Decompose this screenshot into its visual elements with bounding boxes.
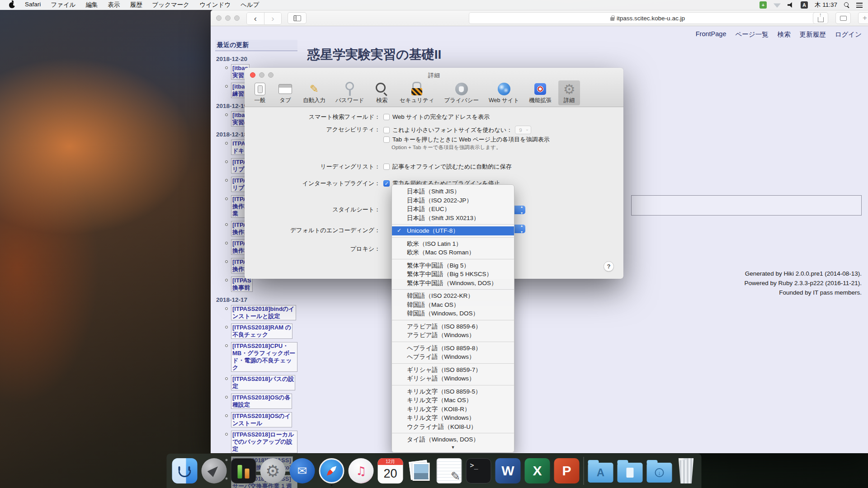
finder-icon[interactable] (172, 458, 198, 483)
encoding-menu-item[interactable]: ✓ (392, 340, 514, 344)
preferences-tab[interactable]: プライバシー (441, 80, 481, 105)
nav-link[interactable]: 更新履歴 (800, 30, 826, 39)
wifi-off-icon[interactable] (774, 2, 781, 8)
checkbox-power-save[interactable]: ✓ (383, 180, 390, 187)
encoding-menu-item[interactable]: ✓ 繁体字中国語（Big 5 HKSCS） (392, 270, 514, 279)
encoding-menu-item[interactable]: ✓ ギリシャ語（ISO 8859-7） (392, 366, 514, 375)
itunes-icon[interactable]: ♫ (349, 458, 374, 483)
encoding-menu-item[interactable]: ✓ 欧米（Mac OS Roman） (392, 248, 514, 257)
minimize-button[interactable] (225, 15, 231, 21)
trash-icon[interactable] (676, 458, 696, 483)
excel-icon[interactable]: X (525, 458, 550, 483)
menu-item[interactable]: ファイル (51, 1, 75, 9)
launchpad-icon[interactable] (202, 458, 227, 483)
encoding-menu-item[interactable]: ✓ アラビア語（Windows） (392, 331, 514, 340)
wiki-link[interactable]: [ITPASS2018]OSのイ ンストール (231, 412, 292, 427)
apple-menu-icon[interactable] (9, 2, 15, 8)
encoding-popup-fragment[interactable] (514, 225, 525, 233)
zoom-button[interactable] (268, 72, 274, 78)
documents-folder-icon[interactable] (618, 463, 643, 483)
encoding-menu-item[interactable]: ✓ (392, 318, 514, 322)
nav-link[interactable]: ページ一覧 (735, 30, 768, 39)
encoding-menu-item[interactable]: ✓ 欧米（ISO Latin 1） (392, 239, 514, 249)
encoding-menu-item[interactable]: ✓ ヘブライ語（ISO 8859-8） (392, 344, 514, 353)
preferences-tab[interactable]: セキュリティ (396, 80, 438, 105)
preferences-tab[interactable]: 一般 (249, 80, 271, 105)
scroll-down-indicator[interactable]: ▼ (392, 444, 514, 451)
nav-link[interactable]: 検索 (778, 30, 791, 39)
menu-item[interactable]: 表示 (108, 1, 120, 9)
preferences-tab[interactable]: パスワード (332, 80, 368, 105)
wiki-link[interactable]: [ITPASS2018]RAM の 不良チェック (231, 324, 292, 339)
help-button[interactable]: ? (604, 261, 614, 272)
wiki-link[interactable]: [ITPASS2018]OSの各 種設定 (231, 394, 292, 409)
menu-item[interactable]: ブックマーク (152, 1, 190, 9)
close-button[interactable] (250, 72, 255, 78)
preferences-tab[interactable]: タブ (274, 80, 296, 105)
tab-overview-button[interactable] (835, 12, 851, 24)
menu-item[interactable]: 履歴 (130, 1, 142, 9)
encoding-menu-item[interactable]: ✓ アラビア語（ISO 8859-6） (392, 322, 514, 331)
address-bar[interactable]: itpass.scitec.kobe-u.ac.jp ↻ (469, 12, 826, 24)
nav-link[interactable]: FrontPage (696, 30, 726, 39)
textedit-icon[interactable] (437, 458, 462, 483)
encoding-menu-item[interactable]: ✓ (392, 235, 514, 239)
preferences-tab[interactable]: 自動入力 (300, 80, 329, 105)
wiki-link[interactable]: [ITPASS2018]bindのイ ンストールと設定 (231, 305, 296, 320)
encoding-menu-item[interactable]: ✓ キリル文字（Windows） (392, 413, 514, 422)
word-icon[interactable]: W (495, 458, 521, 483)
encoding-menu-item[interactable]: ✓ ウクライナ語（KOI8-U） (392, 422, 514, 432)
downloads-folder-icon[interactable]: ↓ (647, 463, 672, 483)
notification-center-icon[interactable] (856, 3, 863, 8)
encoding-menu-item[interactable]: ✓ (392, 287, 514, 291)
forward-button[interactable]: › (264, 13, 281, 24)
preferences-tab[interactable]: 機能拡張 (526, 80, 555, 105)
encoding-menu-item[interactable]: ✓ タイ語（Windows, DOS） (392, 435, 514, 444)
encoding-menu-item[interactable]: ✓ 韓国語（Mac OS） (392, 300, 514, 310)
encoding-menu-item[interactable]: ✓ 日本語（Shift JIS X0213） (392, 214, 514, 223)
antivirus-menu-icon[interactable]: + (760, 1, 767, 9)
encoding-menu-item[interactable]: ✓ (392, 257, 514, 261)
activity-monitor-icon[interactable] (231, 458, 256, 483)
encoding-menu-item[interactable]: ✓ (392, 431, 514, 435)
wiki-link[interactable]: [ITPASS2018]CPU・ MB・グラフィックボー ド・電源の不良チェック (231, 342, 297, 372)
nav-link[interactable]: ログイン (835, 30, 862, 39)
encoding-menu-item[interactable]: ✓ (392, 222, 514, 226)
encoding-menu-item[interactable]: ✓ キリル文字（KOI8-R） (392, 405, 514, 414)
checkbox-offline-reading[interactable] (383, 164, 390, 170)
new-tab-button[interactable]: + (858, 12, 868, 24)
encoding-menu-item[interactable]: ✓ (392, 361, 514, 366)
menu-clock[interactable]: 木 11:37 (815, 1, 837, 9)
checkbox-tab-highlight[interactable] (383, 136, 390, 143)
spotlight-search-icon[interactable] (844, 2, 849, 8)
calendar-icon[interactable]: 12月 20 (378, 458, 403, 483)
minimize-button[interactable] (259, 72, 264, 78)
safari-icon[interactable] (319, 458, 344, 483)
share-button[interactable] (813, 12, 828, 24)
wiki-link[interactable]: [ITPASS2018]パスの設 定 (231, 375, 295, 390)
encoding-menu-item[interactable]: ✓ 繁体字中国語（Windows, DOS） (392, 279, 514, 288)
encoding-menu-item[interactable]: ✓ 韓国語（Windows, DOS） (392, 309, 514, 318)
menu-item[interactable]: 編集 (86, 1, 98, 9)
font-size-popup[interactable]: 9 (515, 126, 531, 134)
encoding-menu-item[interactable]: ✓ キリル文字（ISO 8859-5） (392, 387, 514, 396)
encoding-menu-item[interactable]: ✓ Unicode（UTF-8） (392, 226, 514, 235)
preferences-tab[interactable]: 詳細 (558, 80, 580, 105)
close-button[interactable] (216, 15, 222, 21)
powerpoint-icon[interactable]: P (554, 458, 580, 483)
terminal-icon[interactable]: >_ (466, 458, 491, 483)
sidebar-toggle-button[interactable] (288, 12, 307, 24)
back-button[interactable]: ‹ (247, 13, 264, 24)
encoding-menu-item[interactable]: ✓ 日本語（Shift JIS） (392, 187, 514, 196)
encoding-menu-item[interactable]: ✓ (392, 383, 514, 387)
input-source-icon[interactable]: A (801, 1, 808, 9)
preferences-tab[interactable]: 検索 (371, 80, 393, 105)
encoding-menu-item[interactable]: ✓ 日本語（ISO 2022-JP） (392, 196, 514, 205)
zoom-button[interactable] (234, 15, 240, 21)
wiki-link[interactable]: [ITPASS2018]ローカル でのバックアップの設定 (231, 431, 297, 453)
stylesheet-popup-fragment[interactable] (514, 206, 525, 214)
encoding-menu-item[interactable]: ✓ ヘブライ語（Windows） (392, 352, 514, 361)
wiki-link[interactable]: [ITPAS 換事前 (231, 277, 253, 292)
encoding-menu-item[interactable]: ✓ 日本語（EUC） (392, 205, 514, 214)
menu-item[interactable]: Safari (25, 1, 41, 9)
